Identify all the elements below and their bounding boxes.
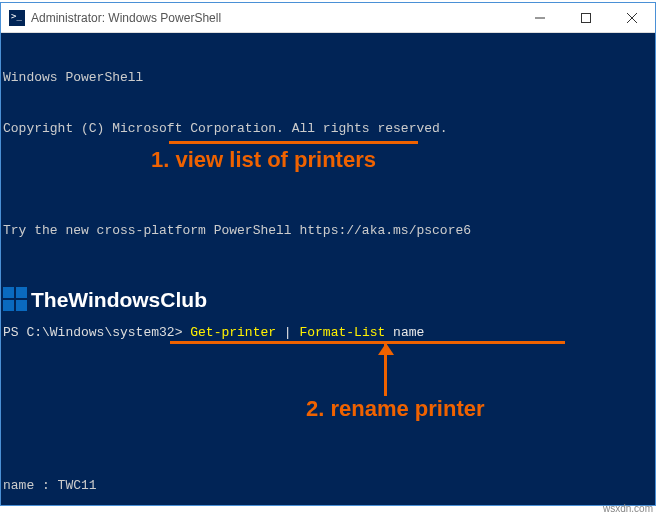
window-controls [517,3,655,32]
cmd-arg: name [385,325,424,340]
annotation-underline-1 [169,141,418,144]
annotation-arrowhead-icon [378,343,394,355]
command-line-1: PS C:\Windows\system32> Get-printer | Fo… [3,324,655,341]
maximize-button[interactable] [563,3,609,32]
pipe: | [276,325,299,340]
copyright-line: Copyright (C) Microsoft Corporation. All… [3,120,655,137]
close-button[interactable] [609,3,655,32]
powershell-window: Administrator: Windows PowerShell Window… [0,2,656,506]
cmd-format-list: Format-List [299,325,385,340]
cmd-get-printer: Get-printer [190,325,276,340]
window-title: Administrator: Windows PowerShell [31,11,517,25]
prompt: PS C:\Windows\system32> [3,325,190,340]
annotation-text-1: 1. view list of printers [151,151,376,168]
windows-logo-icon [3,287,27,311]
terminal-body[interactable]: Windows PowerShell Copyright (C) Microso… [1,33,655,505]
titlebar[interactable]: Administrator: Windows PowerShell [1,3,655,33]
annotation-text-2: 2. rename printer [306,400,485,417]
watermark: wsxdn.com [603,503,653,514]
output-line: name : TWC11 [3,477,655,494]
powershell-icon [9,10,25,26]
logo-block: TheWindowsClub [3,287,207,311]
header-line: Windows PowerShell [3,69,655,86]
svg-rect-1 [582,13,591,22]
logo-text: TheWindowsClub [31,291,207,308]
minimize-button[interactable] [517,3,563,32]
try-line: Try the new cross-platform PowerShell ht… [3,222,655,239]
annotation-underline-2 [170,341,565,344]
